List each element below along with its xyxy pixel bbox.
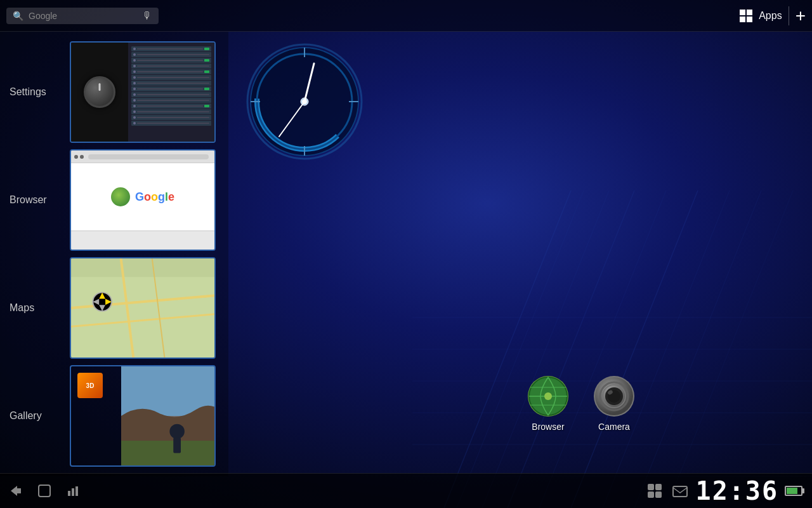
maps-label: Maps	[0, 302, 70, 314]
svg-rect-58	[673, 486, 687, 497]
maps-content	[71, 258, 214, 358]
browser-label: Browser	[0, 194, 70, 206]
browser-thumbnail[interactable]: Google	[70, 149, 216, 251]
maps-thumbnail[interactable]	[70, 257, 216, 359]
battery-icon	[785, 486, 802, 496]
clock-widget	[241, 38, 368, 165]
google-logo: Google	[135, 190, 174, 204]
top-bar: 🔍 Google 🎙 Apps +	[0, 0, 812, 32]
svg-rect-54	[648, 484, 654, 490]
taskbar-right: 12:36	[645, 476, 812, 505]
svg-point-43	[544, 392, 552, 400]
desktop-icon-browser[interactable]: Browser	[528, 376, 568, 432]
browser-globe-icon	[111, 187, 130, 206]
apps-grid-icon	[740, 10, 752, 22]
recent-apps-icon	[65, 483, 81, 498]
digital-clock: 12:36	[696, 476, 778, 505]
camera-icon-label: Camera	[598, 422, 630, 432]
apps-label[interactable]: Apps	[759, 10, 782, 22]
browser-toolbar	[71, 150, 214, 163]
gallery-content: 3D	[71, 366, 214, 465]
browser-icon	[528, 376, 568, 417]
mic-icon[interactable]: 🎙	[142, 10, 152, 22]
svg-rect-53	[75, 486, 78, 496]
search-icon: 🔍	[13, 11, 23, 21]
home-button[interactable]	[35, 481, 54, 500]
browser-content: Google	[71, 163, 214, 231]
add-button[interactable]: +	[796, 7, 806, 25]
search-bar[interactable]: 🔍 Google 🎙	[6, 8, 159, 24]
email-button[interactable]	[671, 481, 690, 500]
back-icon	[8, 483, 23, 498]
svg-rect-57	[655, 491, 662, 498]
desktop-icon-camera[interactable]: Camera	[594, 376, 634, 432]
taskbar: 12:36	[0, 473, 812, 508]
svg-rect-55	[655, 484, 662, 490]
settings-left-panel	[71, 43, 128, 142]
desktop-icons: Browser Camera	[528, 376, 634, 432]
sidebar-item-gallery[interactable]: Gallery 3D	[0, 365, 228, 467]
settings-menu-panel	[128, 43, 214, 142]
svg-rect-56	[648, 491, 654, 498]
svg-rect-28	[71, 258, 214, 277]
camera-icon	[594, 376, 634, 417]
gallery-thumbnail[interactable]: 3D	[70, 365, 216, 467]
taskbar-left	[0, 481, 82, 500]
svg-rect-52	[72, 488, 74, 496]
svg-rect-35	[121, 441, 214, 465]
svg-rect-50	[39, 485, 50, 497]
browser-dot-1	[74, 155, 78, 159]
apps-icon	[646, 483, 663, 499]
sidebar-item-maps[interactable]: Maps	[0, 257, 228, 359]
sidebar: Settings	[0, 32, 228, 476]
svg-point-26	[302, 99, 307, 104]
browser-icon-label: Browser	[532, 422, 564, 432]
svg-rect-51	[68, 491, 70, 496]
gallery-3d-badge: 3D	[77, 373, 103, 398]
browser-dot-2	[80, 155, 84, 159]
back-button[interactable]	[6, 481, 25, 500]
taskbar-apps-icon[interactable]	[645, 481, 664, 500]
settings-knob-icon	[84, 76, 115, 108]
clock-face	[241, 38, 368, 165]
gallery-photo	[121, 366, 214, 465]
sidebar-item-settings[interactable]: Settings	[0, 41, 228, 143]
search-placeholder: Google	[29, 11, 137, 21]
settings-thumbnail[interactable]	[70, 41, 216, 143]
gallery-label: Gallery	[0, 410, 70, 422]
svg-point-36	[169, 424, 185, 439]
battery-fill	[787, 488, 797, 494]
sidebar-item-browser[interactable]: Browser Google	[0, 149, 228, 251]
home-icon	[37, 483, 52, 498]
top-bar-divider	[789, 6, 789, 25]
top-bar-right: Apps +	[740, 6, 812, 25]
recent-apps-button[interactable]	[63, 481, 82, 500]
email-icon	[672, 483, 688, 499]
settings-label: Settings	[0, 86, 70, 98]
svg-rect-37	[173, 438, 181, 453]
